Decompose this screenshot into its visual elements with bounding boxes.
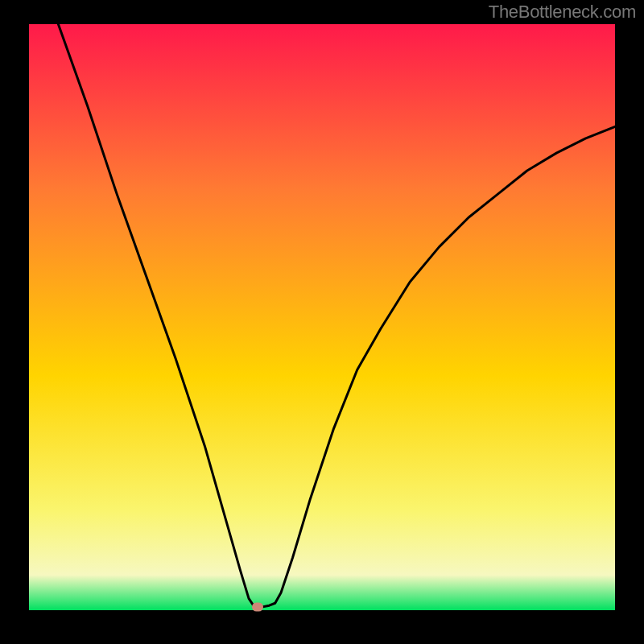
bottleneck-curve bbox=[58, 24, 615, 607]
watermark-text: TheBottleneck.com bbox=[489, 2, 636, 23]
minimum-marker bbox=[252, 603, 263, 612]
chart-area bbox=[29, 24, 615, 610]
curve-canvas bbox=[29, 24, 615, 610]
